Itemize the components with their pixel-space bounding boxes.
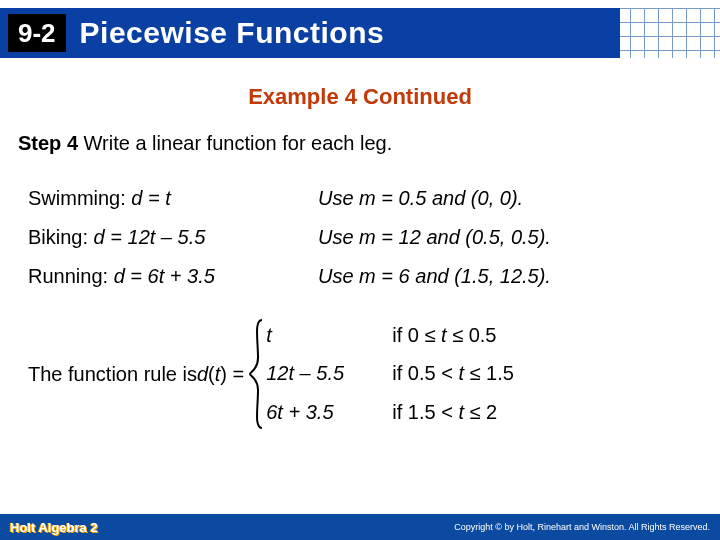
step-text: Write a linear function for each leg. xyxy=(78,132,392,154)
piece-cond: if 0 ≤ t ≤ 0.5 xyxy=(392,324,514,347)
header-bar: 9-2 Piecewise Functions xyxy=(0,0,720,66)
left-brace-icon xyxy=(248,318,266,430)
rule-paren: ( xyxy=(208,363,215,386)
leg-name: Biking: xyxy=(28,226,94,248)
leg-var: d xyxy=(131,187,142,209)
leg-biking: Biking: d = 12t – 5.5 xyxy=(28,226,318,249)
leg-var: d xyxy=(94,226,105,248)
piece-expr: 12t – 5.5 xyxy=(266,362,384,385)
rule-eq: ) = xyxy=(220,363,244,386)
slide-content: Step 4 Write a linear function for each … xyxy=(0,110,720,430)
example-subtitle: Example 4 Continued xyxy=(0,84,720,110)
footer-bar: Holt Algebra 2 Copyright © by Holt, Rine… xyxy=(0,514,720,540)
leg-swimming-hint: Use m = 0.5 and (0, 0). xyxy=(318,187,694,210)
leg-running: Running: d = 6t + 3.5 xyxy=(28,265,318,288)
leg-swimming: Swimming: d = t xyxy=(28,187,318,210)
leg-running-hint: Use m = 6 and (1.5, 12.5). xyxy=(318,265,694,288)
leg-eq: = 6t + 3.5 xyxy=(125,265,215,287)
leg-name: Running: xyxy=(28,265,114,287)
rule-prefix: The function rule is xyxy=(28,363,197,386)
footer-book-title: Holt Algebra 2 xyxy=(10,520,98,535)
step-line: Step 4 Write a linear function for each … xyxy=(18,132,694,155)
legs-table: Swimming: d = t Use m = 0.5 and (0, 0). … xyxy=(28,187,694,288)
leg-eq: = 12t – 5.5 xyxy=(105,226,206,248)
function-rule: The function rule is d(t) = t if 0 ≤ t ≤… xyxy=(28,318,694,430)
rule-fn-name: d xyxy=(197,363,208,386)
footer-copyright: Copyright © by Holt, Rinehart and Winsto… xyxy=(454,522,710,532)
piece-expr: 6t + 3.5 xyxy=(266,401,384,424)
piece-cond: if 1.5 < t ≤ 2 xyxy=(392,401,514,424)
piece-expr: t xyxy=(266,324,384,347)
step-label: Step 4 xyxy=(18,132,78,154)
leg-name: Swimming: xyxy=(28,187,131,209)
leg-biking-hint: Use m = 12 and (0.5, 0.5). xyxy=(318,226,694,249)
piecewise-grid: t if 0 ≤ t ≤ 0.5 12t – 5.5 if 0.5 < t ≤ … xyxy=(266,318,514,430)
piece-cond: if 0.5 < t ≤ 1.5 xyxy=(392,362,514,385)
leg-eq: = t xyxy=(142,187,170,209)
lesson-title: Piecewise Functions xyxy=(80,16,385,50)
lesson-number-badge: 9-2 xyxy=(8,14,66,52)
title-bar: 9-2 Piecewise Functions xyxy=(0,8,620,58)
leg-var: d xyxy=(114,265,125,287)
